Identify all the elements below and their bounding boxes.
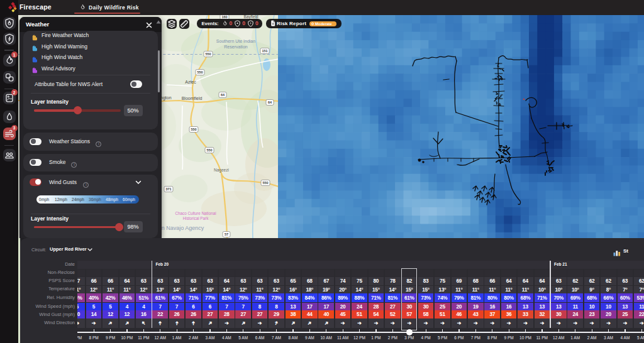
svg-text:550: 550 bbox=[205, 52, 211, 56]
svg-text:57: 57 bbox=[225, 232, 228, 236]
svg-text:550: 550 bbox=[262, 181, 268, 185]
svg-text:Bloomfield: Bloomfield bbox=[182, 96, 203, 101]
svg-text:550: 550 bbox=[206, 148, 212, 152]
svg-text:rn Navajo Agency: rn Navajo Agency bbox=[160, 225, 204, 231]
svg-text:64: 64 bbox=[221, 93, 225, 97]
svg-text:550: 550 bbox=[197, 70, 203, 74]
svg-text:550: 550 bbox=[191, 128, 196, 131]
svg-text:Aztec: Aztec bbox=[185, 80, 196, 84]
svg-text:Nageezi: Nageezi bbox=[214, 168, 229, 173]
svg-text:151: 151 bbox=[262, 49, 267, 53]
svg-text:Reservation: Reservation bbox=[224, 45, 247, 49]
svg-text:Historical Park: Historical Park bbox=[183, 216, 209, 220]
svg-text:371: 371 bbox=[165, 187, 171, 191]
svg-text:Southern Ute Indian: Southern Ute Indian bbox=[216, 39, 255, 43]
svg-text:Chaco Culture National: Chaco Culture National bbox=[175, 211, 216, 215]
svg-text:64: 64 bbox=[268, 101, 272, 104]
